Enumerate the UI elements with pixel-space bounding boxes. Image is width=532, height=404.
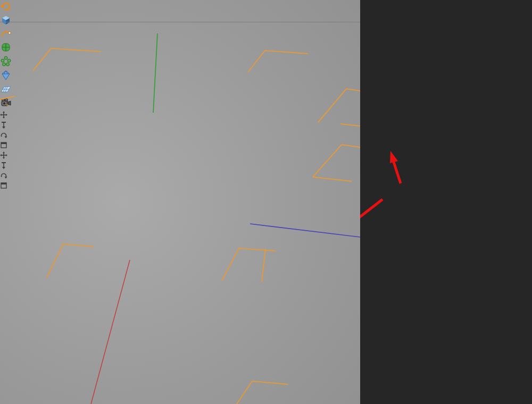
arrow-to-gem-item (390, 151, 401, 183)
gem-sphere-object[interactable] (48, 110, 250, 312)
viewport-top-border (0, 22, 360, 22)
y-axis-line (153, 33, 157, 113)
z-axis-line (250, 224, 360, 237)
application-window: 文件 编辑 查看 对象 标签 书签 − 细分曲面 ✓ 宝石 ✓ 模式 编辑 (0, 0, 532, 404)
viewport-3d[interactable] (0, 0, 360, 404)
